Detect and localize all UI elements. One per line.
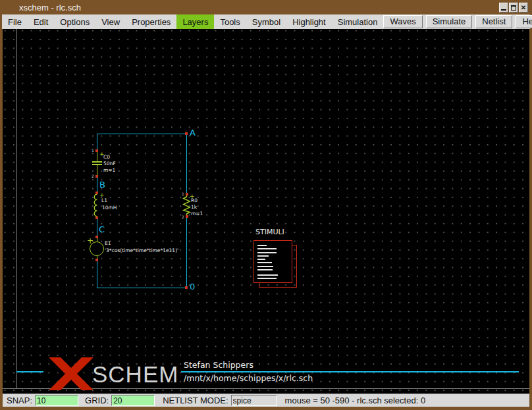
c0-lead-top [97, 152, 97, 161]
minimize-button[interactable] [499, 3, 508, 13]
menu-symbol[interactable]: Symbol [246, 14, 286, 29]
l1-name: L1 [101, 197, 107, 203]
xschem-logo-text: SCHEM [92, 363, 178, 386]
c0-mult: m=1 [103, 167, 115, 173]
statusbar-info: mouse = 50 -590 - rlc.sch selected: 0 [285, 396, 426, 405]
c0-plate-top [92, 161, 102, 163]
grid-label: GRID: [85, 396, 109, 405]
l1-coil-icon [91, 194, 98, 217]
sheet-border-left [16, 29, 17, 389]
menu-layers[interactable]: Layers [176, 14, 214, 29]
net-pin-a [185, 132, 188, 135]
wire-top[interactable] [97, 134, 187, 134]
schematic-canvas[interactable]: A B C 0 1 + 2 C0 50nF m=1 + [3, 29, 529, 394]
c0-pin1-number: 1 [92, 149, 94, 153]
r0-zigzag-icon [182, 195, 191, 216]
netlist-mode-input[interactable] [231, 395, 277, 406]
e1-source-circle-icon [90, 242, 104, 256]
snap-input[interactable] [35, 395, 78, 406]
menu-view[interactable]: View [95, 14, 126, 29]
c0-name: C0 [103, 154, 110, 160]
c0-value: 50nF [103, 161, 116, 167]
l1-pin2 [95, 217, 98, 219]
r0-pin2-number: 2 [182, 215, 184, 219]
r0-pin2 [186, 215, 188, 218]
menu-edit[interactable]: Edit [28, 14, 54, 29]
menu-properties[interactable]: Properties [126, 14, 176, 29]
window-title: xschem - rlc.sch [19, 3, 81, 13]
titlebar[interactable]: xschem - rlc.sch ✕ [0, 0, 532, 14]
author-text[interactable]: Stefan Schippers [184, 361, 253, 369]
titleblock-line-left [16, 371, 43, 372]
c0-pin2 [95, 175, 98, 178]
simulate-button[interactable]: Simulate [426, 15, 473, 28]
maximize-button[interactable] [509, 3, 518, 13]
netlist-button[interactable]: Netlist [475, 15, 512, 28]
minimize-icon [501, 9, 506, 11]
close-icon: ✕ [521, 5, 526, 11]
snap-label: SNAP: [7, 396, 32, 405]
wire-left-e1-gnd[interactable] [97, 261, 97, 288]
c0-lead-bottom [97, 165, 97, 175]
wire-right-a-r0[interactable] [186, 134, 187, 193]
l1-value: 10mH [102, 205, 117, 211]
help-button[interactable]: Help [516, 15, 532, 28]
r0-name: R0 [191, 197, 198, 203]
wire-left-l1-e1[interactable] [97, 219, 97, 236]
net-label-b[interactable]: B [99, 180, 105, 189]
net-label-0[interactable]: 0 [190, 282, 195, 291]
net-label-c[interactable]: C [99, 225, 105, 234]
wire-bottom[interactable] [97, 288, 187, 288]
close-button[interactable]: ✕ [519, 3, 528, 13]
maximize-icon [511, 5, 516, 11]
window-controls: ✕ [499, 3, 528, 13]
wire-left-c0-l1[interactable] [97, 178, 97, 192]
wire-left-a-c0[interactable] [97, 134, 97, 150]
wire-right-r0-gnd[interactable] [186, 218, 187, 288]
menubar-buttons: Waves Simulate Netlist Help [383, 14, 532, 29]
c0-pin2-number: 2 [92, 174, 94, 178]
e1-value: '3*cos(time*time*time*1e11)' [105, 247, 178, 253]
net-label-a[interactable]: A [190, 128, 196, 137]
xschem-window: xschem - rlc.sch ✕ File Edit Options Vie… [0, 0, 532, 410]
r0-value: 1k [191, 204, 197, 210]
net-pin-0 [185, 286, 188, 289]
file-path-text[interactable]: /mnt/x/home/schippes/x/rlc.sch [184, 374, 313, 382]
statusbar: SNAP: GRID: NETLIST MODE: mouse = 50 -59… [3, 394, 529, 407]
waves-button[interactable]: Waves [383, 15, 422, 28]
xschem-logo-x-icon [47, 357, 95, 390]
titleblock-line [181, 371, 519, 372]
menu-highlight[interactable]: Highlight [286, 14, 332, 29]
menu-file[interactable]: File [2, 14, 28, 29]
r0-mult: m=1 [191, 211, 203, 217]
stimuli-label: STIMULI [255, 228, 284, 236]
menu-tools[interactable]: Tools [214, 14, 246, 29]
netlist-mode-label: NETLIST MODE: [163, 396, 228, 405]
e1-pin2 [95, 259, 98, 261]
menubar: File Edit Options View Properties Layers… [2, 14, 530, 29]
menu-options[interactable]: Options [54, 14, 95, 29]
menu-simulation[interactable]: Simulation [332, 14, 384, 29]
grid-input[interactable] [111, 395, 155, 406]
e1-name: E1 [105, 240, 111, 246]
